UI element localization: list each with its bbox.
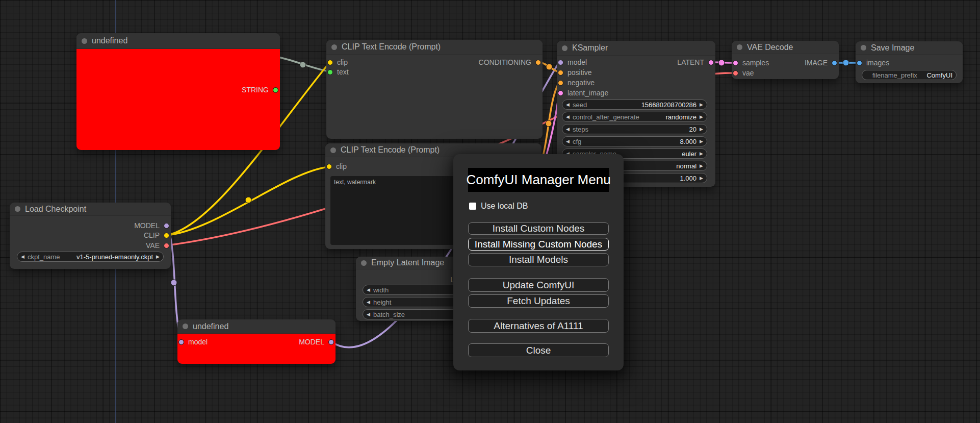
node-status-icon (331, 44, 337, 50)
slot-label: model (188, 338, 208, 346)
dialog-title: ComfyUI Manager Menu (468, 168, 609, 192)
output-slot-image[interactable] (832, 60, 837, 66)
input-slot-latent-image[interactable] (558, 90, 563, 96)
slot-label: STRING (242, 86, 269, 94)
node-canvas[interactable]: undefined STRING CLIP Text Encode (Promp… (0, 0, 980, 423)
node-titlebar[interactable]: Save Image (856, 41, 963, 55)
node-status-icon (82, 38, 87, 44)
slot-label: CLIP (144, 231, 160, 239)
slot-label: positive (568, 68, 591, 77)
decrement-arrow[interactable]: ◀ (566, 112, 570, 122)
node-title: CLIP Text Encode (Prompt) (341, 145, 440, 155)
output-slot-clip[interactable] (164, 233, 169, 238)
slot-label: MODEL (134, 221, 160, 230)
input-slot-images[interactable] (857, 60, 862, 66)
node-titlebar[interactable]: KSampler (557, 41, 715, 56)
fetch-updates-button[interactable]: Fetch Updates (468, 294, 609, 308)
slot-label: negative (568, 79, 595, 87)
increment-arrow[interactable]: ▶ (700, 148, 703, 159)
increment-arrow[interactable]: ▶ (700, 161, 703, 171)
input-slot-model[interactable] (178, 339, 184, 345)
node-title: CLIP Text Encode (Prompt) (342, 42, 441, 52)
node-title: undefined (92, 36, 127, 45)
output-slot-model[interactable] (164, 223, 169, 229)
output-slot-vae[interactable] (164, 243, 169, 248)
output-slot-conditioning[interactable] (535, 60, 541, 65)
input-slot-samples[interactable] (733, 60, 738, 66)
node-titlebar[interactable]: VAE Decode (732, 41, 839, 54)
decrement-arrow[interactable]: ◀ (367, 285, 370, 295)
update-comfyui-button[interactable]: Update ComfyUI (468, 278, 609, 292)
increment-arrow[interactable]: ▶ (700, 173, 703, 183)
decrement-arrow[interactable]: ◀ (566, 124, 570, 134)
decrement-arrow[interactable]: ◀ (367, 309, 370, 319)
slot-label: latent_image (568, 89, 608, 97)
widget-steps[interactable]: ◀ steps 20 ▶ (562, 124, 707, 134)
use-local-db-checkbox[interactable] (469, 203, 476, 210)
input-slot-clip[interactable] (326, 164, 332, 169)
slot-label: samples (742, 59, 769, 67)
slot-label: images (866, 59, 889, 67)
decrement-arrow[interactable]: ◀ (367, 297, 370, 307)
install-missing-custom-nodes-button[interactable]: Install Missing Custom Nodes (468, 238, 609, 251)
node-titlebar[interactable]: CLIP Text Encode (Prompt) (326, 40, 543, 55)
wire-dot (245, 197, 251, 203)
node-undefined-2[interactable]: undefined model MODEL (177, 319, 336, 364)
slot-label: MODEL (299, 338, 324, 346)
node-titlebar[interactable]: undefined (76, 33, 280, 49)
node-status-icon (361, 260, 367, 266)
slot-label: IMAGE (805, 59, 828, 67)
increment-arrow[interactable]: ▶ (156, 252, 160, 262)
output-slot-latent[interactable] (708, 60, 714, 65)
input-slot-text[interactable] (327, 69, 333, 75)
input-slot-negative[interactable] (558, 80, 563, 86)
widget-ckpt-name[interactable]: ◀ ckpt_name v1-5-pruned-emaonly.ckpt ▶ (17, 252, 164, 262)
widget-filename-prefix[interactable]: filename_prefix ComfyUI (862, 70, 957, 80)
wire-dot (546, 120, 552, 127)
node-body: images filename_prefix ComfyUI (856, 55, 963, 83)
input-slot-positive[interactable] (558, 70, 563, 76)
node-status-icon (562, 45, 568, 51)
close-button[interactable]: Close (468, 343, 609, 357)
decrement-arrow[interactable]: ◀ (566, 99, 570, 110)
install-models-button[interactable]: Install Models (468, 253, 609, 266)
widget-seed[interactable]: ◀ seed 156680208700286 ▶ (562, 99, 707, 110)
node-clip-text-encode-1[interactable]: CLIP Text Encode (Prompt) clip text COND… (326, 40, 543, 139)
alternatives-of-a1111-button[interactable]: Alternatives of A1111 (468, 319, 609, 333)
increment-arrow[interactable]: ▶ (700, 124, 703, 134)
slot-label: CONDITIONING (479, 58, 531, 66)
node-status-icon (15, 206, 20, 212)
input-slot-vae[interactable] (733, 70, 738, 76)
increment-arrow[interactable]: ▶ (700, 112, 703, 122)
widget-control-after-generate[interactable]: ◀ control_after_generate randomize ▶ (562, 112, 707, 122)
use-local-db-label: Use local DB (481, 202, 528, 211)
node-save-image[interactable]: Save Image images filename_prefix ComfyU… (856, 41, 963, 83)
widget-cfg[interactable]: ◀ cfg 8.000 ▶ (562, 136, 707, 146)
node-load-checkpoint[interactable]: Load Checkpoint MODEL CLIP VAE ◀ ckpt_na… (10, 203, 171, 269)
node-undefined-1[interactable]: undefined STRING (76, 33, 280, 150)
node-title: Empty Latent Image (371, 258, 444, 267)
decrement-arrow[interactable]: ◀ (21, 252, 24, 262)
output-slot-string[interactable] (273, 87, 278, 93)
input-slot-model[interactable] (558, 60, 563, 65)
node-titlebar[interactable]: undefined (177, 319, 336, 334)
increment-arrow[interactable]: ▶ (700, 136, 703, 146)
node-body: samples vae IMAGE (732, 54, 839, 79)
wire-clip-to-clip2 (167, 167, 328, 235)
input-slot-clip[interactable] (327, 60, 333, 65)
output-slot-model[interactable] (328, 339, 334, 345)
node-title: KSampler (572, 43, 608, 53)
slot-label: clip (337, 58, 348, 66)
wire-dot (546, 64, 552, 70)
node-status-icon (330, 147, 336, 153)
node-title: undefined (193, 322, 228, 331)
increment-arrow[interactable]: ▶ (700, 99, 703, 110)
install-custom-nodes-button[interactable]: Install Custom Nodes (468, 222, 609, 235)
node-vae-decode[interactable]: VAE Decode samples vae IMAGE (732, 41, 839, 79)
node-status-icon (861, 45, 866, 51)
slot-label: vae (742, 69, 754, 77)
decrement-arrow[interactable]: ◀ (566, 136, 570, 146)
wire-dot (843, 60, 849, 66)
node-titlebar[interactable]: Load Checkpoint (10, 203, 171, 216)
node-status-icon (737, 44, 742, 50)
